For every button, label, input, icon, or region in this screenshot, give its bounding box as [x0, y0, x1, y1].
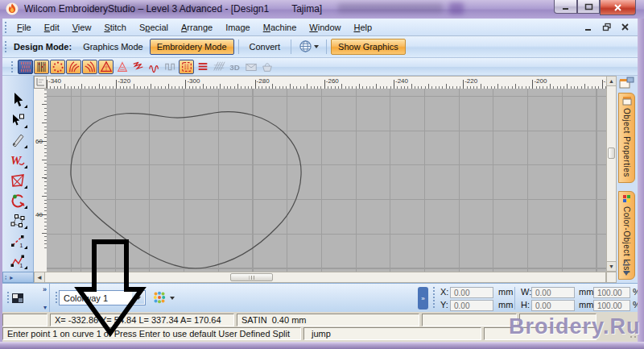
- show-graphics-button[interactable]: Show Graphics: [331, 39, 406, 55]
- menu-help[interactable]: Help: [347, 20, 378, 35]
- design-mode-toolbar: Design Mode: Graphics Mode Embroidery Mo…: [2, 36, 638, 58]
- flyout-indicator: [24, 145, 27, 148]
- h-ruler-label: -320: [118, 77, 130, 85]
- menu-file[interactable]: File: [10, 20, 38, 35]
- app-window: Wilcom EmbroideryStudio – Level 3 Advanc…: [0, 0, 644, 349]
- w-size-field[interactable]: 0.00: [531, 287, 575, 298]
- menu-edit[interactable]: Edit: [38, 20, 66, 35]
- tab-label: Object Properties: [622, 108, 631, 177]
- window-border-bottom: [0, 342, 644, 349]
- fancy-fill-icon[interactable]: [66, 60, 81, 74]
- zigzag-stitch-icon[interactable]: [130, 60, 146, 74]
- scale-x-field[interactable]: 100.00: [593, 287, 630, 298]
- pager-up-icon[interactable]: [622, 260, 630, 266]
- h-ruler-label: -200: [534, 77, 547, 85]
- minimize-button[interactable]: [554, 0, 577, 14]
- h-ruler-label: -260: [326, 77, 339, 85]
- scroll-left-icon[interactable]: ◄: [35, 272, 45, 282]
- mdi-close-icon[interactable]: [621, 23, 630, 31]
- satin-stitch-icon[interactable]: [195, 60, 210, 74]
- machine-format-button[interactable]: [295, 39, 322, 55]
- svg-text:1: 1: [20, 263, 23, 268]
- complex-fill-tool[interactable]: [7, 190, 28, 210]
- window-title: Wilcom EmbroideryStudio – Level 3 Advanc…: [24, 3, 322, 15]
- bitmap-icon[interactable]: [10, 291, 25, 305]
- horizontal-ruler: -340-320-300-280-260-240-220-200-18: [47, 76, 606, 89]
- triple-run-tool[interactable]: 1: [7, 251, 28, 271]
- v-ruler-label: 60: [35, 138, 43, 145]
- ruler-origin-box[interactable]: [34, 76, 47, 89]
- separator: [326, 39, 327, 54]
- mdi-restore-icon[interactable]: [602, 23, 611, 31]
- close-button[interactable]: [600, 0, 636, 15]
- toolbar-grip[interactable]: [10, 61, 14, 73]
- colorway-palette-button[interactable]: [152, 290, 175, 306]
- menu-machine[interactable]: Machine: [257, 20, 303, 35]
- gradient-fill-icon[interactable]: [114, 60, 130, 74]
- measure-tool[interactable]: [7, 130, 28, 150]
- maximize-button[interactable]: [577, 0, 600, 14]
- menu-special[interactable]: Special: [133, 20, 175, 35]
- weave-fill-icon[interactable]: [18, 60, 33, 74]
- menu-image[interactable]: Image: [219, 20, 257, 35]
- pager-down-icon[interactable]: [622, 270, 630, 276]
- scroll-up-icon[interactable]: ▲: [607, 77, 616, 86]
- run-stitch-tool[interactable]: 1: [7, 231, 28, 251]
- menu-view[interactable]: View: [66, 20, 98, 35]
- overflow-chevron-icon[interactable]: »: [43, 285, 47, 293]
- h-ruler-label: -240: [395, 77, 408, 85]
- scroll-down-icon[interactable]: ▼: [607, 261, 616, 271]
- lettering-tool[interactable]: W: [7, 150, 28, 170]
- toolbar-grip[interactable]: [4, 22, 8, 33]
- scale-y-field[interactable]: 100.00: [593, 300, 630, 311]
- scrollbar-corner: [606, 272, 617, 283]
- mdi-minimize-icon[interactable]: [584, 23, 592, 31]
- vertical-scroll-thumb[interactable]: [608, 147, 615, 159]
- annotation-arrow: [72, 235, 153, 339]
- toolbar-grip[interactable]: [432, 287, 436, 310]
- contour-fill-icon[interactable]: [98, 60, 114, 74]
- toolbox: W11: [2, 76, 34, 272]
- x-unit-label: mm: [498, 287, 513, 297]
- horizontal-scroll-thumb[interactable]: [230, 273, 273, 281]
- tatami-fill-icon[interactable]: [34, 60, 49, 74]
- h-label: H:: [521, 300, 530, 310]
- reshape-tool[interactable]: [7, 110, 28, 130]
- flyout-indicator: [24, 125, 27, 128]
- stitch-toolbar: 3D: [2, 58, 638, 76]
- glass-artifact: [338, 3, 443, 13]
- program-split-icon[interactable]: [179, 60, 194, 74]
- chevron-down-icon: [314, 45, 319, 48]
- toolbar-grip[interactable]: [4, 41, 8, 52]
- fill-digitize-tool[interactable]: [7, 170, 28, 190]
- menu-arrange[interactable]: Arrange: [175, 20, 219, 35]
- h-ruler-label: -300: [187, 77, 200, 85]
- tab-object-properties[interactable]: Object Properties: [618, 93, 635, 183]
- envelope-icon: [243, 60, 258, 74]
- select-tool[interactable]: [7, 89, 28, 110]
- flyout-indicator: [24, 226, 27, 229]
- e-stitch-icon[interactable]: [147, 60, 162, 74]
- x-position-field[interactable]: 0.00: [450, 287, 493, 298]
- menu-stitch[interactable]: Stitch: [97, 20, 133, 35]
- feather-fill-icon[interactable]: [82, 60, 97, 74]
- convert-button[interactable]: Convert: [243, 39, 287, 54]
- svg-text:3D: 3D: [229, 62, 239, 71]
- dock-expand-handle[interactable]: »: [418, 287, 428, 310]
- outline-digitize-tool[interactable]: [7, 210, 28, 231]
- h-unit-label: mm: [579, 300, 593, 310]
- vertical-scrollbar[interactable]: ▲ ▼: [606, 76, 617, 272]
- toolbar-options-icon[interactable]: ▾: [43, 304, 47, 311]
- y-position-field[interactable]: 0.00: [450, 300, 493, 311]
- menu-window[interactable]: Window: [303, 20, 347, 35]
- menu-bar: FileEditViewStitchSpecialArrangeImageMac…: [2, 19, 638, 36]
- h-ruler-label: -340: [48, 77, 61, 85]
- tab-pager: [622, 260, 630, 276]
- toolbox-overflow-bar[interactable]: ⁞▸: [2, 272, 34, 283]
- h-size-field[interactable]: 0.00: [531, 300, 575, 311]
- separator: [291, 39, 291, 54]
- dock-window-icon[interactable]: [619, 77, 635, 89]
- motif-fill-icon[interactable]: [50, 60, 65, 74]
- embroidery-mode-button[interactable]: Embroidery Mode: [150, 39, 234, 55]
- graphics-mode-button[interactable]: Graphics Mode: [76, 39, 150, 54]
